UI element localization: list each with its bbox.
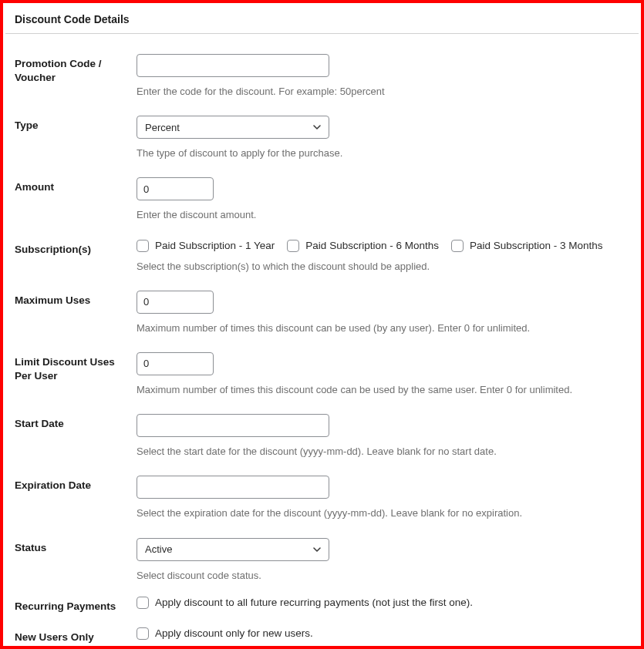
subscription-option-6months[interactable]: Paid Subscription - 6 Months xyxy=(287,240,439,252)
panel: Discount Code Details Promotion Code / V… xyxy=(5,8,639,646)
recurring-payments-option-label: Apply discount to all future recurring p… xyxy=(155,597,473,608)
row-expiration-date: Expiration Date Select the expiration da… xyxy=(15,462,629,523)
screenshot-frame: Discount Code Details Promotion Code / V… xyxy=(0,0,644,649)
row-promotion-code: Promotion Code / Voucher Enter the code … xyxy=(15,40,629,102)
field-expiration-date: Select the expiration date for the disco… xyxy=(137,476,629,520)
row-amount: Amount Enter the discount amount. xyxy=(15,163,629,225)
maximum-uses-input[interactable] xyxy=(137,291,214,314)
type-select[interactable]: Percent xyxy=(137,116,329,139)
label-maximum-uses: Maximum Uses xyxy=(15,291,137,308)
label-status: Status xyxy=(15,538,137,555)
field-type: Percent The type of discount to apply fo… xyxy=(137,116,629,160)
label-type: Type xyxy=(15,116,137,133)
help-limit-per-user: Maximum number of times this discount co… xyxy=(137,383,629,397)
subscriptions-checkbox-group: Paid Subscription - 1 Year Paid Subscrip… xyxy=(137,240,629,252)
field-amount: Enter the discount amount. xyxy=(137,177,629,222)
new-users-only-option[interactable]: Apply discount only for new users. xyxy=(137,627,629,640)
new-users-only-checkbox[interactable] xyxy=(137,627,149,640)
field-start-date: Select the start date for the discount (… xyxy=(137,414,629,459)
row-recurring-payments: Recurring Payments Apply discount to all… xyxy=(15,586,629,617)
row-new-users-only: New Users Only Apply discount only for n… xyxy=(15,617,629,647)
field-limit-per-user: Maximum number of times this discount co… xyxy=(137,352,629,397)
expiration-date-input[interactable] xyxy=(137,476,329,499)
field-recurring-payments: Apply discount to all future recurring p… xyxy=(137,597,629,609)
field-promotion-code: Enter the code for the discount. For exa… xyxy=(137,54,629,99)
label-promotion-code: Promotion Code / Voucher xyxy=(15,54,137,85)
subscription-checkbox-3months[interactable] xyxy=(451,240,464,252)
discount-form: Promotion Code / Voucher Enter the code … xyxy=(5,34,639,647)
help-promotion-code: Enter the code for the discount. For exa… xyxy=(137,85,629,99)
recurring-payments-checkbox[interactable] xyxy=(137,597,149,609)
limit-per-user-input[interactable] xyxy=(137,352,214,375)
label-amount: Amount xyxy=(15,177,137,194)
row-limit-per-user: Limit Discount Uses Per User Maximum num… xyxy=(15,338,629,400)
subscription-checkbox-1year[interactable] xyxy=(137,240,149,252)
field-new-users-only: Apply discount only for new users. xyxy=(137,627,629,640)
field-status: Active Select discount code status. xyxy=(137,538,629,583)
help-type: The type of discount to apply for the pu… xyxy=(137,146,629,160)
promotion-code-input[interactable] xyxy=(137,54,329,77)
subscription-checkbox-6months[interactable] xyxy=(287,240,299,252)
amount-input[interactable] xyxy=(137,177,214,200)
row-maximum-uses: Maximum Uses Maximum number of times thi… xyxy=(15,277,629,338)
row-subscriptions: Subscription(s) Paid Subscription - 1 Ye… xyxy=(15,226,629,277)
panel-title: Discount Code Details xyxy=(5,8,639,34)
start-date-input[interactable] xyxy=(137,414,329,437)
subscription-label-1year: Paid Subscription - 1 Year xyxy=(155,240,275,251)
new-users-only-option-label: Apply discount only for new users. xyxy=(155,628,313,639)
help-start-date: Select the start date for the discount (… xyxy=(137,445,629,459)
subscription-label-6months: Paid Subscription - 6 Months xyxy=(305,240,439,251)
label-recurring-payments: Recurring Payments xyxy=(15,597,137,614)
row-start-date: Start Date Select the start date for the… xyxy=(15,400,629,462)
help-expiration-date: Select the expiration date for the disco… xyxy=(137,506,629,520)
help-maximum-uses: Maximum number of times this discount ca… xyxy=(137,321,629,335)
label-limit-per-user: Limit Discount Uses Per User xyxy=(15,352,137,383)
label-new-users-only: New Users Only xyxy=(15,627,137,644)
subscription-option-1year[interactable]: Paid Subscription - 1 Year xyxy=(137,240,275,252)
field-subscriptions: Paid Subscription - 1 Year Paid Subscrip… xyxy=(137,240,629,274)
row-type: Type Percent The type of discount to app… xyxy=(15,102,629,163)
help-amount: Enter the discount amount. xyxy=(137,208,629,222)
subscription-label-3months: Paid Subscription - 3 Months xyxy=(470,240,603,251)
recurring-payments-option[interactable]: Apply discount to all future recurring p… xyxy=(137,597,629,609)
label-start-date: Start Date xyxy=(15,414,137,431)
help-subscriptions: Select the subscription(s) to which the … xyxy=(137,260,629,274)
label-subscriptions: Subscription(s) xyxy=(15,240,137,257)
status-select[interactable]: Active xyxy=(137,538,329,561)
subscription-option-3months[interactable]: Paid Subscription - 3 Months xyxy=(451,240,603,252)
label-expiration-date: Expiration Date xyxy=(15,476,137,493)
row-status: Status Active Select discount code statu… xyxy=(15,524,629,586)
help-status: Select discount code status. xyxy=(137,569,629,583)
field-maximum-uses: Maximum number of times this discount ca… xyxy=(137,291,629,335)
